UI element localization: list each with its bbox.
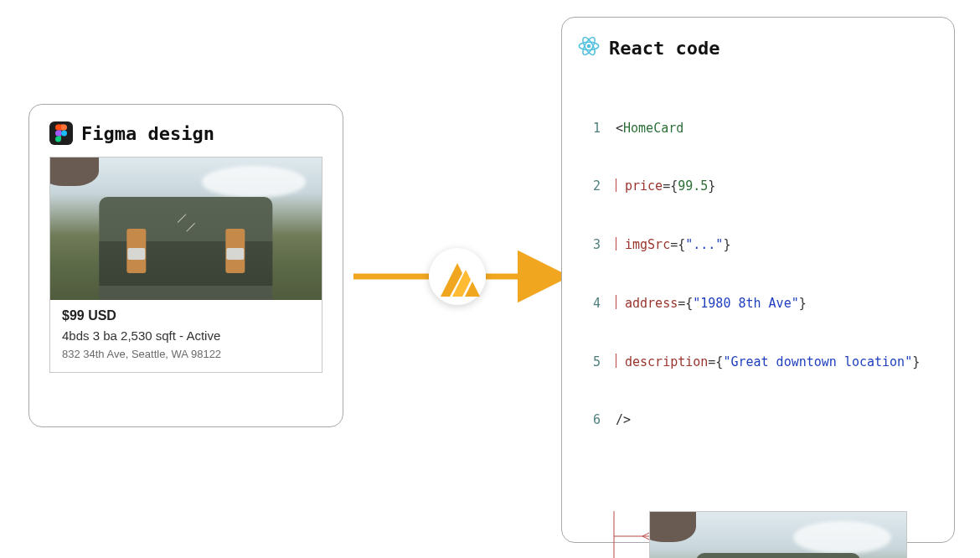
figma-card-image [50,158,322,300]
flow-arrow [353,243,561,310]
figma-panel-title: Figma design [81,123,214,144]
code-line-5: 5description={"Great downtown location"} [582,353,941,372]
figma-card: $99 USD 4bds 3 ba 2,530 sqft - Active 83… [49,157,322,373]
react-panel-title: React code [609,38,720,59]
figma-card-price: $99 USD [62,308,310,323]
figma-icon [49,121,73,145]
svg-rect-8 [59,137,62,140]
figma-card-body: $99 USD 4bds 3 ba 2,530 sqft - Active 83… [50,300,322,372]
svg-point-3 [61,131,67,137]
svg-rect-5 [59,125,62,131]
rendered-output-wrap: $99.5 USD Great downtown location 1980 8… [577,511,946,558]
react-panel-header: React code [577,34,946,61]
code-line-3: 3imgSrc={"..."} [582,235,941,255]
amplify-icon [429,248,486,305]
code-line-2: 2price={99.5} [582,177,941,196]
figma-panel-header: Figma design [49,121,322,145]
svg-rect-6 [61,125,64,131]
code-line-4: 4address={"1980 8th Ave"} [582,294,941,313]
react-icon [577,34,601,61]
svg-rect-7 [59,131,62,137]
figma-card-detail: 4bds 3 ba 2,530 sqft - Active [62,328,310,343]
code-line-1: 1<HomeCard [582,119,941,138]
figma-panel: Figma design $99 USD 4bds 3 ba 2,530 sqf… [28,104,343,427]
react-panel: React code 1<HomeCard 2price={99.5} 3img… [561,17,955,543]
figma-card-address: 832 34th Ave, Seattle, WA 98122 [62,348,310,360]
svg-point-11 [587,44,591,49]
code-block: 1<HomeCard 2price={99.5} 3imgSrc={"..."}… [577,73,946,478]
rendered-card-image [650,512,906,558]
code-line-6: 6/> [582,411,941,430]
rendered-card: $99.5 USD Great downtown location 1980 8… [649,511,907,558]
